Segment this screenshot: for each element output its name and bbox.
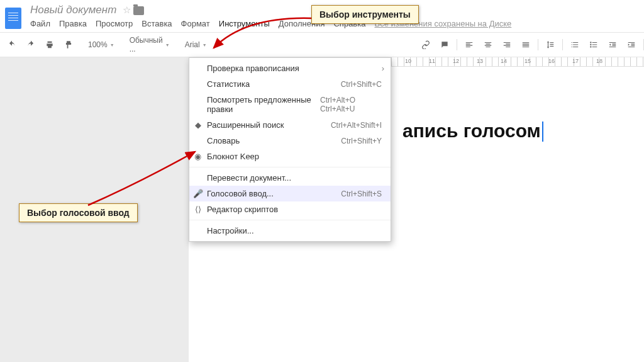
- dd-explore[interactable]: ◆Расширенный поискCtrl+Alt+Shift+I: [189, 117, 391, 133]
- ruler-mark: 18: [596, 58, 602, 64]
- dd-suggestions[interactable]: Посмотреть предложенные правкиCtrl+Alt+O…: [189, 92, 391, 117]
- menu-insert[interactable]: Вставка: [142, 19, 172, 28]
- ruler-mark: 17: [572, 58, 579, 64]
- ruler-mark: 11: [429, 58, 435, 64]
- dd-translate[interactable]: Перевести документ...: [189, 170, 391, 186]
- svg-point-1: [590, 44, 591, 45]
- text-cursor: [542, 122, 543, 142]
- separator: [643, 39, 644, 50]
- ruler-mark: 16: [548, 58, 555, 64]
- separator: [457, 39, 457, 50]
- ruler-mark: 14: [501, 58, 507, 64]
- print-icon[interactable]: [42, 38, 58, 52]
- redo-icon[interactable]: [23, 38, 39, 52]
- callout-tools: Выбор инструменты: [311, 5, 419, 24]
- toolbar: 100% Обычный ... Arial Ру: [0, 32, 644, 57]
- align-justify-icon[interactable]: [518, 38, 534, 52]
- dd-voice-typing[interactable]: 🎤Голосовой ввод...Ctrl+Shift+S: [189, 186, 391, 201]
- star-icon[interactable]: ☆: [123, 4, 131, 16]
- line-spacing-icon[interactable]: [542, 38, 558, 52]
- zoom-select[interactable]: 100%: [84, 40, 118, 49]
- dd-stats[interactable]: СтатистикаCtrl+Shift+C: [189, 76, 391, 92]
- docs-logo[interactable]: [5, 8, 21, 29]
- callout-voice: Выбор голосовой ввод: [19, 203, 138, 222]
- menu-bar: Файл Правка Просмотр Вставка Формат Инст…: [30, 16, 511, 32]
- dd-dictionary[interactable]: СловарьCtrl+Shift+Y: [189, 133, 391, 149]
- tools-dropdown: Проверка правописания СтатистикаCtrl+Shi…: [189, 57, 391, 242]
- align-center-icon[interactable]: [480, 38, 496, 52]
- dd-preferences[interactable]: Настройки...: [189, 223, 391, 239]
- ruler-mark: 12: [453, 58, 459, 64]
- link-icon[interactable]: [418, 38, 434, 52]
- dd-script-editor[interactable]: ⟨⟩Редактор скриптов: [189, 201, 391, 217]
- menu-edit[interactable]: Правка: [59, 19, 87, 28]
- dd-keep[interactable]: ◉Блокнот Keep: [189, 149, 391, 164]
- comment-icon[interactable]: [436, 38, 453, 52]
- document-title[interactable]: Новый документ: [30, 4, 116, 16]
- paint-format-icon[interactable]: [60, 38, 77, 52]
- lightbulb-icon: ◉: [193, 152, 203, 161]
- separator: [189, 220, 391, 220]
- folder-icon[interactable]: [133, 6, 144, 15]
- menu-format[interactable]: Формат: [181, 19, 210, 28]
- svg-point-0: [590, 42, 591, 43]
- ruler-mark: 13: [477, 58, 483, 64]
- menu-file[interactable]: Файл: [30, 19, 50, 28]
- separator: [538, 39, 538, 50]
- svg-point-2: [590, 46, 591, 47]
- undo-icon[interactable]: [4, 38, 20, 52]
- menu-view[interactable]: Просмотр: [96, 19, 133, 28]
- paragraph-style-select[interactable]: Обычный ...: [126, 36, 174, 54]
- align-left-icon[interactable]: [461, 38, 477, 52]
- document-body-text[interactable]: апись голосом: [402, 120, 543, 142]
- explore-icon: ◆: [193, 120, 203, 130]
- separator: [562, 39, 563, 50]
- font-select[interactable]: Arial: [181, 40, 211, 49]
- indent-increase-icon[interactable]: [623, 38, 640, 52]
- separator: [189, 167, 391, 167]
- dd-spellcheck[interactable]: Проверка правописания: [189, 60, 391, 76]
- code-icon: ⟨⟩: [193, 205, 203, 214]
- numbered-list-icon[interactable]: [567, 38, 583, 52]
- microphone-icon: 🎤: [193, 189, 203, 198]
- ruler-mark: 10: [405, 58, 411, 64]
- indent-decrease-icon[interactable]: [604, 38, 621, 52]
- ruler-mark: 15: [525, 58, 531, 64]
- bulleted-list-icon[interactable]: [586, 38, 602, 52]
- menu-tools[interactable]: Инструменты: [219, 19, 270, 28]
- work-area: 123456789101112131415161718 апись голосо…: [0, 57, 644, 362]
- align-right-icon[interactable]: [499, 38, 515, 52]
